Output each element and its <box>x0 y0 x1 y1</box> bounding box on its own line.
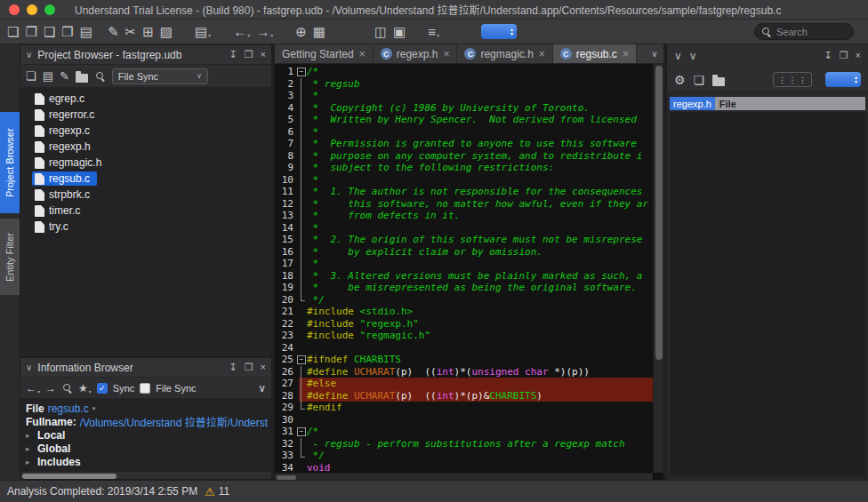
pin-icon[interactable]: ↧ <box>229 362 237 373</box>
print-icon[interactable]: ▤ <box>80 22 92 42</box>
new-file-icon[interactable]: ❏ <box>7 22 19 42</box>
code-line[interactable]: 7 * Permission is granted to anyone to u… <box>275 138 653 150</box>
fold-marker[interactable] <box>296 354 307 366</box>
file-sync-dropdown[interactable]: File Sync ∨ <box>112 68 208 84</box>
code-line[interactable]: 21#include <stdio.h> <box>275 306 653 318</box>
edit-icon[interactable]: ✎ <box>60 68 69 84</box>
code-line[interactable]: 29#endif <box>275 402 653 414</box>
minimize-window-button[interactable] <box>27 4 37 15</box>
zoom-window-button[interactable] <box>44 4 55 15</box>
code-line[interactable]: 25#ifndef CHARBITS <box>275 354 653 366</box>
close-icon[interactable]: × <box>261 49 266 60</box>
save-all-icon[interactable]: ❒ <box>61 22 73 42</box>
code-line[interactable]: 24 <box>275 342 653 355</box>
folder-icon[interactable] <box>712 77 725 86</box>
float-icon[interactable]: ❐ <box>245 49 253 60</box>
chevron-right-icon[interactable]: ▸ <box>26 458 34 466</box>
document-icon[interactable]: ❏ <box>694 70 705 90</box>
file-list-item[interactable]: regmagic.h <box>20 155 271 171</box>
folder-icon[interactable] <box>76 74 88 83</box>
code-line[interactable]: 16 * by explicit claim or by omission. <box>275 246 653 259</box>
file-list-item[interactable]: timer.c <box>20 203 271 219</box>
chevron-right-icon[interactable]: ▸ <box>26 431 34 440</box>
code-line[interactable]: 32 - regsub - perform substitutions afte… <box>275 438 653 450</box>
code-line[interactable]: 15 * 2. The origin of this software must… <box>275 234 653 246</box>
tab-regsub-c[interactable]: Cregsub.c× <box>553 44 637 63</box>
code-line[interactable]: 9 * subject to the following restriction… <box>275 162 653 174</box>
code-line[interactable]: 12 * this software, no matter how awful,… <box>275 198 653 211</box>
code-line[interactable]: 6 * <box>275 126 653 139</box>
file-list-item[interactable]: regerror.c <box>20 107 271 123</box>
fullname-link[interactable]: /Volumes/Understand 拉普拉斯/Underst <box>80 414 268 429</box>
save-icon[interactable]: ❑ <box>44 22 55 42</box>
code-line[interactable]: 30 <box>275 414 653 426</box>
forward-button[interactable]: →▾ <box>256 22 273 42</box>
tab-overflow-chevron-icon[interactable]: ∨ <box>646 44 663 63</box>
sidebar-tab-project-browser[interactable]: Project Browser <box>0 112 20 213</box>
search-icon[interactable] <box>61 382 73 394</box>
window-list-icon[interactable]: ▣ <box>393 22 406 42</box>
globe-icon[interactable]: ⊕ <box>295 22 307 42</box>
options-segments[interactable]: ⋮ ⋮ ⋮ <box>773 72 812 87</box>
tab-regexp-h[interactable]: Cregexp.h× <box>374 44 458 63</box>
tab-close-icon[interactable]: × <box>443 48 449 60</box>
close-window-button[interactable] <box>9 4 20 15</box>
tree-item-includes[interactable]: ▸Includes <box>26 455 271 468</box>
overflow-chevron-icon[interactable]: ∨ <box>258 382 266 394</box>
float-icon[interactable]: ❐ <box>245 362 253 373</box>
search-box[interactable] <box>754 23 854 40</box>
copy-icon[interactable]: ⊞ <box>142 22 154 42</box>
chevron-right-icon[interactable]: ▸ <box>26 444 34 453</box>
warning-count[interactable]: 11 <box>219 485 229 498</box>
code-line[interactable]: 26#define UCHARAT(p) ((int)*(unsigned ch… <box>275 366 653 378</box>
dropdown-arrow-icon[interactable]: ▾ <box>92 405 96 412</box>
code-line[interactable]: 3 * <box>275 90 653 102</box>
file-list-item[interactable]: regexp.c <box>20 123 271 139</box>
code-line[interactable]: 1/* <box>275 66 653 78</box>
code-line[interactable]: 14 * <box>275 222 653 235</box>
code-line[interactable]: 4 * Copyright (c) 1986 by University of … <box>275 102 653 115</box>
vertical-scrollbar[interactable] <box>653 64 663 473</box>
code-line[interactable]: 23#include "regmagic.h" <box>275 330 653 342</box>
warning-icon[interactable]: ⚠ <box>205 485 215 498</box>
fold-marker[interactable] <box>296 426 307 438</box>
sync-checkbox[interactable]: ✓ <box>97 383 108 394</box>
new-entity-icon[interactable]: ❏ <box>26 68 36 84</box>
editor-horizontal-scrollbar[interactable] <box>275 473 653 480</box>
file-sync-checkbox[interactable] <box>140 383 150 394</box>
tab-getting-started[interactable]: Getting Started× <box>275 44 374 63</box>
architecture-stepper[interactable]: ▴▾ <box>481 24 517 39</box>
file-list-item[interactable]: strpbrk.c <box>20 187 271 203</box>
code-line[interactable]: 31/* <box>275 426 653 438</box>
close-icon[interactable]: × <box>261 362 266 373</box>
filter-search-icon[interactable] <box>94 70 106 82</box>
code-line[interactable]: 34void <box>275 462 653 474</box>
file-list-item[interactable]: try.c <box>20 219 271 235</box>
code-line[interactable]: 28#define UCHARAT(p) ((int)*(p)&CHARBITS… <box>275 390 653 402</box>
paste-icon[interactable]: ▨ <box>160 22 173 42</box>
search-input[interactable] <box>775 26 848 38</box>
report-icon[interactable]: ▤ <box>43 68 53 84</box>
code-line[interactable]: 8 * purpose on any computer system, and … <box>275 150 653 163</box>
cut-icon[interactable]: ✂ <box>125 22 137 42</box>
entity-view-icon[interactable]: ▦ <box>313 22 326 42</box>
float-icon[interactable]: ❐ <box>840 50 848 61</box>
editor-horizontal-scrollbar-thumb[interactable] <box>277 475 296 480</box>
sidebar-tab-entity-filter[interactable]: Entity Filter <box>0 219 20 295</box>
forward-button[interactable]: → <box>45 380 56 396</box>
code-line[interactable]: 13 * from defects in it. <box>275 210 653 222</box>
horizontal-scrollbar-thumb[interactable] <box>22 474 117 479</box>
window-layout-icon[interactable]: ◫ <box>374 22 387 42</box>
open-project-icon[interactable]: ❐ <box>25 22 36 42</box>
fold-marker[interactable] <box>296 66 307 78</box>
vertical-scrollbar-thumb[interactable] <box>655 66 663 360</box>
tree-item-local[interactable]: ▸Local <box>26 428 271 442</box>
file-list-item[interactable]: regexp.h <box>20 139 271 155</box>
code-line[interactable]: 18 * 3. Altered versions must be plainly… <box>275 270 653 283</box>
tab-close-icon[interactable]: × <box>539 48 545 60</box>
collapse-chevron-icon[interactable]: ∨ <box>26 363 32 372</box>
back-button[interactable]: ←▾ <box>233 22 250 42</box>
entity-name-link[interactable]: regsub.c <box>48 402 89 415</box>
view-menu-icon[interactable]: ≡▾ <box>428 22 439 42</box>
chevron-down-icon[interactable]: ∨ <box>674 50 682 62</box>
